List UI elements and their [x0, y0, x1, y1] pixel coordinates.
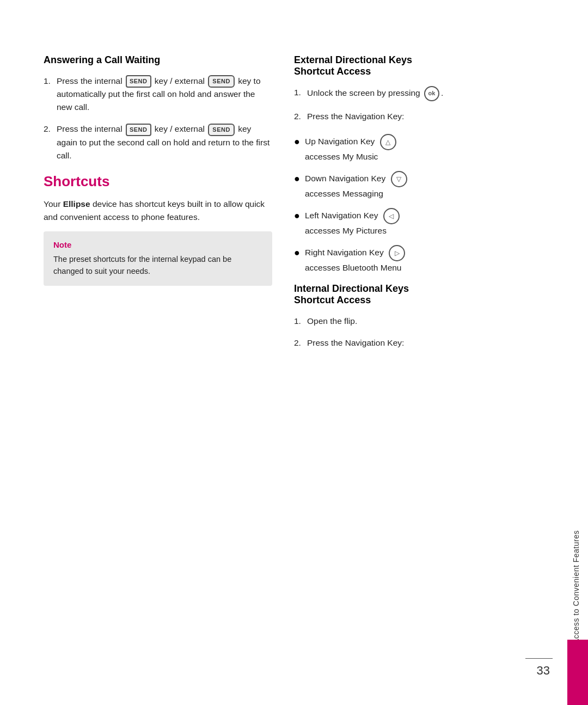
item-2-number: 2.	[44, 122, 53, 136]
up-nav-key-label: Up Navigation Key	[305, 137, 375, 146]
answering-item-2: 2. Press the internal SEND key / externa…	[44, 122, 272, 162]
ext-item-1-num: 1.	[294, 86, 304, 99]
send-badge-external-2: SEND	[208, 124, 235, 136]
internal-keys-section: Internal Directional Keys Shortcut Acces…	[294, 283, 523, 350]
down-nav-key-item: ● Down Navigation Key accesses Messaging	[294, 171, 523, 200]
ext-item-2-num: 2.	[294, 110, 304, 123]
right-nav-key-content: Right Navigation Key accesses Bluetooth …	[305, 245, 405, 274]
page-number: 33	[537, 664, 550, 678]
note-box: Note The preset shortcuts for the intern…	[44, 231, 272, 286]
note-label: Note	[53, 240, 262, 249]
nav-key-bullet-list: ● Up Navigation Key accesses My Music ● …	[294, 134, 523, 274]
answering-section: Answering a Call Waiting 1. Press the in…	[44, 54, 272, 162]
item-1-text-before: Press the internal	[57, 76, 122, 85]
int-item-1-content: Open the flip.	[307, 315, 523, 328]
left-nav-key-item: ● Left Navigation Key accesses My Pictur…	[294, 208, 523, 237]
down-nav-key-label: Down Navigation Key	[305, 174, 385, 183]
internal-keys-heading: Internal Directional Keys Shortcut Acces…	[294, 283, 523, 306]
page-line	[525, 658, 553, 659]
external-keys-list: 1. Unlock the screen by pressing ok. 2. …	[294, 86, 523, 123]
int-item-2-content: Press the Navigation Key:	[307, 336, 523, 350]
external-item-1: 1. Unlock the screen by pressing ok.	[294, 86, 523, 101]
left-column: Answering a Call Waiting 1. Press the in…	[44, 54, 272, 672]
bullet-dot-down: ●	[294, 171, 301, 187]
note-text: The preset shortcuts for the internal ke…	[53, 254, 262, 278]
left-nav-icon	[383, 208, 400, 224]
down-nav-icon	[391, 171, 407, 187]
ext-item-1-content: Unlock the screen by pressing ok.	[307, 86, 523, 101]
side-tab: Quick Access to Convenient Features	[565, 0, 588, 705]
ok-icon: ok	[424, 86, 439, 101]
item-2-content: Press the internal SEND key / external S…	[57, 122, 272, 162]
ellipse-brand: Ellipse	[63, 199, 90, 209]
answering-heading: Answering a Call Waiting	[44, 54, 272, 66]
shortcuts-section: Shortcuts Your Ellipse device has shortc…	[44, 173, 272, 286]
up-nav-key-item: ● Up Navigation Key accesses My Music	[294, 134, 523, 163]
shortcuts-heading: Shortcuts	[44, 173, 272, 190]
send-badge-internal-1: SEND	[126, 75, 151, 88]
send-badge-internal-2: SEND	[126, 124, 151, 136]
left-nav-key-detail: accesses My Pictures	[305, 226, 387, 235]
internal-item-1: 1. Open the flip.	[294, 315, 523, 328]
ext-item-2-content: Press the Navigation Key:	[307, 110, 523, 123]
item-2-text-before: Press the internal	[57, 124, 122, 133]
up-nav-key-detail: accesses My Music	[305, 152, 378, 161]
right-nav-key-item: ● Right Navigation Key accesses Bluetoot…	[294, 245, 523, 274]
answering-item-1: 1. Press the internal SEND key / externa…	[44, 75, 272, 114]
internal-item-2: 2. Press the Navigation Key:	[294, 336, 523, 350]
main-content: Answering a Call Waiting 1. Press the in…	[0, 0, 565, 705]
right-nav-key-label: Right Navigation Key	[305, 248, 384, 257]
right-column: External Directional Keys Shortcut Acces…	[294, 54, 523, 672]
external-keys-heading: External Directional Keys Shortcut Acces…	[294, 54, 523, 77]
item-1-number: 1.	[44, 75, 53, 88]
external-item-2: 2. Press the Navigation Key:	[294, 110, 523, 123]
bullet-dot-right: ●	[294, 246, 301, 261]
int-item-2-num: 2.	[294, 336, 304, 350]
side-tab-bar	[567, 640, 588, 705]
bullet-dot-up: ●	[294, 134, 301, 150]
send-badge-external-1: SEND	[208, 75, 235, 88]
answering-list: 1. Press the internal SEND key / externa…	[44, 75, 272, 162]
int-item-1-num: 1.	[294, 315, 304, 328]
right-nav-icon	[389, 245, 405, 261]
item-1-content: Press the internal SEND key / external S…	[57, 75, 272, 114]
page: Answering a Call Waiting 1. Press the in…	[0, 0, 588, 705]
down-nav-key-detail: accesses Messaging	[305, 189, 383, 198]
left-nav-key-label: Left Navigation Key	[305, 211, 378, 220]
external-keys-section: External Directional Keys Shortcut Acces…	[294, 54, 523, 274]
left-nav-key-content: Left Navigation Key accesses My Pictures	[305, 208, 400, 237]
right-nav-key-detail: accesses Bluetooth Menu	[305, 263, 402, 272]
up-nav-icon	[380, 134, 396, 150]
bullet-dot-left: ●	[294, 209, 301, 224]
internal-keys-list: 1. Open the flip. 2. Press the Navigatio…	[294, 315, 523, 350]
down-nav-key-content: Down Navigation Key accesses Messaging	[305, 171, 407, 200]
up-nav-key-content: Up Navigation Key accesses My Music	[305, 134, 396, 163]
shortcuts-description: Your Ellipse device has shortcut keys bu…	[44, 198, 272, 224]
